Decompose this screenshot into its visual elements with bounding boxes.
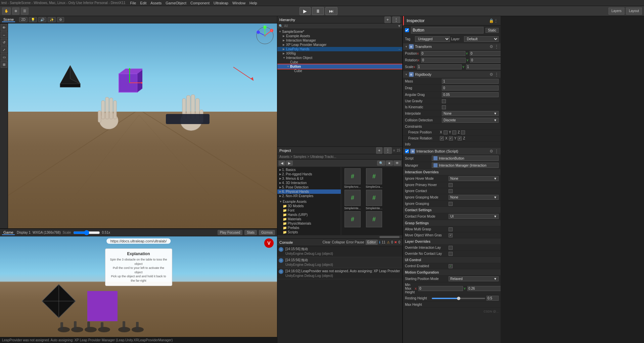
hierarchy-item-xrrig[interactable]: ▶ XRRig: [277, 51, 402, 56]
inspector-lock-btn[interactable]: 🔒: [489, 18, 494, 23]
project-folder-nonxr[interactable]: ▶ 2. Non-XR Examples: [277, 194, 341, 198]
layer-dropdown[interactable]: Default: [464, 36, 499, 42]
menu-assets[interactable]: Assets: [148, 1, 164, 5]
scene-2d-btn[interactable]: 2D: [19, 17, 28, 22]
ignore-contact-checkbox[interactable]: [449, 189, 453, 193]
menu-edit[interactable]: Edit: [138, 1, 148, 5]
project-folder-physic-materials[interactable]: 📁 PhysicMaterials: [277, 221, 341, 226]
contact-force-mode-dropdown[interactable]: UI▼: [449, 214, 499, 219]
tool-rotate[interactable]: ↺: [1, 39, 7, 46]
scale-y[interactable]: [466, 64, 501, 69]
tool-move[interactable]: ⊕: [12, 7, 19, 15]
rigidbody-header[interactable]: ▼ ⊞ Rigidbody ⚙ ⋮: [403, 71, 501, 78]
hierarchy-add-btn[interactable]: +: [384, 16, 391, 23]
angular-drag-input[interactable]: [442, 92, 499, 97]
hierarchy-menu-btn[interactable]: ⋮: [392, 16, 400, 23]
scene-tab[interactable]: Scene: [2, 17, 15, 22]
project-forward-btn[interactable]: ▶: [286, 161, 293, 166]
freeze-rot-y-chk[interactable]: ✓: [449, 136, 453, 140]
console-clear-btn[interactable]: Clear: [322, 240, 330, 244]
game-scale-slider[interactable]: [73, 231, 100, 235]
asset-simple-inte2[interactable]: # SimpleInte...: [364, 190, 384, 210]
interpolate-dropdown[interactable]: None▼: [442, 111, 499, 116]
drag-input[interactable]: [442, 85, 499, 91]
ignore-primary-hover-checkbox[interactable]: [449, 183, 453, 187]
hierarchy-item-interaction-manager[interactable]: ▶ Interaction Manager: [277, 38, 402, 43]
game-gizmos-btn[interactable]: Gizmos: [259, 230, 275, 235]
menu-file[interactable]: File: [128, 1, 138, 5]
mass-input[interactable]: [442, 79, 499, 84]
pos-x[interactable]: [421, 51, 465, 56]
tool-rect[interactable]: ▭: [1, 54, 7, 60]
inspector-menu-btn[interactable]: ⋮: [494, 18, 498, 23]
min-height-x-input[interactable]: [418, 286, 463, 291]
pos-y[interactable]: [470, 51, 501, 56]
freeze-pos-y[interactable]: [452, 130, 456, 134]
hierarchy-item-cube2[interactable]: Cube: [277, 69, 402, 73]
game-resolution[interactable]: WXGA (1366x768): [33, 231, 60, 234]
allow-multi-grasp-checkbox[interactable]: [449, 227, 453, 231]
play-button[interactable]: ▶: [300, 7, 311, 15]
freeze-rot-z-chk[interactable]: ✓: [458, 136, 462, 140]
hierarchy-filter-icon[interactable]: ▼: [398, 24, 401, 28]
ignore-hover-mode-dropdown[interactable]: None▼: [449, 176, 499, 181]
game-tab[interactable]: Game: [2, 230, 15, 235]
ib-menu[interactable]: ⋮: [495, 149, 499, 154]
transform-header[interactable]: ▼ ⊞ Transform ⚙ ⋮: [403, 43, 501, 50]
tool-move2[interactable]: ↔: [1, 32, 7, 38]
hierarchy-item-cube1[interactable]: Cube: [277, 60, 402, 64]
project-folder-font[interactable]: 📁 Font: [277, 208, 341, 213]
project-star-btn[interactable]: ★: [386, 161, 393, 166]
scene-light-btn[interactable]: 💡: [29, 17, 37, 22]
project-menu-btn[interactable]: ⋮: [384, 147, 392, 154]
project-folder-pose[interactable]: ▶ 5. Pose Detection: [277, 185, 341, 189]
console-editor-btn[interactable]: Editor: [366, 240, 378, 245]
hierarchy-item-sample-scene[interactable]: ▼ SampleScene*: [277, 30, 402, 34]
pause-button[interactable]: ⏸: [312, 7, 324, 15]
hierarchy-item-example-assets[interactable]: ▶ Example Assets: [277, 34, 402, 38]
menu-ultraleap[interactable]: Ultraleap: [212, 1, 230, 5]
interaction-btn-enabled[interactable]: [405, 149, 409, 153]
gameobject-name-input[interactable]: [411, 27, 484, 34]
asset-simple-gra[interactable]: # SimpleGra...: [364, 168, 384, 188]
project-folder-example-assets[interactable]: ▼ Example Assets: [277, 199, 341, 204]
console-item-2[interactable]: i [14:15:56] 拖动UnityEngine.Debug:Log (ob…: [277, 257, 402, 268]
control-enabled-checkbox[interactable]: ✓: [449, 264, 453, 268]
layers-button[interactable]: Layers: [608, 7, 625, 15]
step-button[interactable]: ⏭: [325, 7, 337, 15]
menu-window[interactable]: Window: [230, 1, 247, 5]
play-focused-btn[interactable]: Play Focused: [218, 230, 243, 235]
gameobject-active-toggle[interactable]: [405, 28, 409, 32]
project-folder-3d[interactable]: ▶ 4. 3D Interaction: [277, 181, 341, 185]
project-folder-3dmodels[interactable]: 📁 3D Models: [277, 204, 341, 208]
project-add-btn[interactable]: +: [376, 147, 382, 154]
project-folder-physical[interactable]: ▶ 6. Physical Hands: [277, 189, 341, 194]
console-collapse-btn[interactable]: Collapse: [332, 240, 345, 244]
game-display[interactable]: Display 1: [17, 231, 31, 234]
hierarchy-item-button[interactable]: ▼ Button: [277, 64, 402, 69]
override-interaction-checkbox[interactable]: [449, 246, 453, 250]
project-folder-prerigged[interactable]: ▶ 2. Pre-rigged Hands: [277, 172, 341, 176]
asset-5[interactable]: #: [342, 211, 363, 227]
project-back-btn[interactable]: ◀: [279, 161, 285, 166]
tool-options[interactable]: ☰: [21, 7, 29, 15]
hierarchy-item-interaction-object[interactable]: ▼ Interaction Object: [277, 56, 402, 60]
rigidbody-menu[interactable]: ⋮: [495, 72, 499, 77]
override-no-contact-checkbox[interactable]: [449, 252, 453, 256]
resting-height-input[interactable]: [487, 296, 499, 301]
layout-button[interactable]: Layout: [626, 7, 642, 15]
freeze-pos-x[interactable]: [444, 130, 448, 134]
scale-x[interactable]: [417, 64, 462, 69]
hierarchy-search-input[interactable]: [284, 24, 396, 28]
interaction-button-header[interactable]: ⊞ Interaction Button (Script) ⚙ ⋮: [403, 148, 501, 155]
freeze-pos-z[interactable]: [461, 130, 465, 134]
move-object-checkbox[interactable]: ✓: [449, 233, 453, 237]
freeze-rot-x-chk[interactable]: ✓: [440, 136, 444, 140]
transform-menu[interactable]: ⋮: [495, 44, 499, 49]
hierarchy-item-xp-leap[interactable]: ▶ XP Leap Provider Manager: [277, 43, 402, 47]
scene-gizmos-btn[interactable]: ⚙: [57, 17, 64, 22]
project-folder-menus[interactable]: ▶ 3. Menus & UI: [277, 176, 341, 181]
project-folder-basics[interactable]: ▶ 1. Basics: [277, 168, 341, 172]
ib-options[interactable]: ⚙: [490, 149, 493, 154]
hierarchy-item-lowpoly-hands[interactable]: ▶ LowPoly Hands →: [277, 47, 402, 51]
